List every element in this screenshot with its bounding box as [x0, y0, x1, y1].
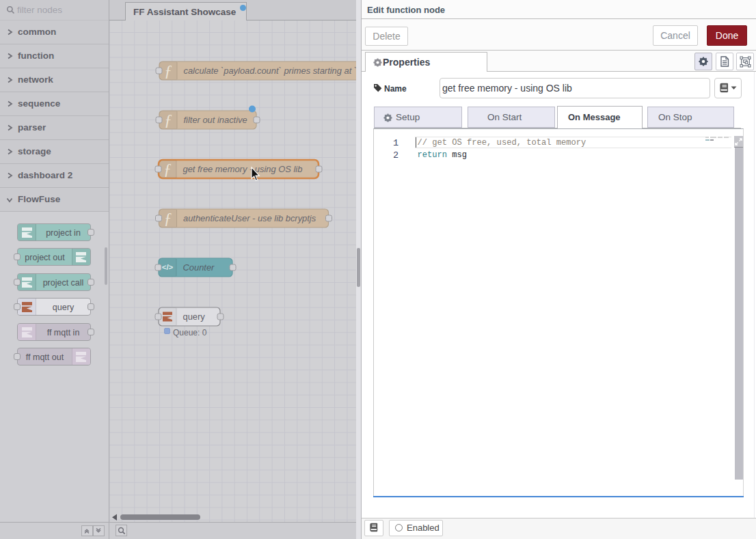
svg-text:authenticateUser - use lib bcr: authenticateUser - use lib bcryptjs — [183, 213, 316, 223]
svg-text:</>: </> — [162, 263, 174, 271]
svg-text:Counter: Counter — [183, 262, 215, 273]
svg-text:ƒ: ƒ — [163, 160, 172, 178]
svg-text:get free memory - using OS lib: get free memory - using OS lib — [183, 164, 303, 174]
svg-text:query: query — [183, 312, 206, 322]
svg-text:filter out inactive: filter out inactive — [184, 115, 247, 125]
svg-text:calculate `payload.count` prim: calculate `payload.count` primes startin… — [184, 66, 357, 76]
svg-text:ƒ: ƒ — [164, 111, 172, 128]
svg-text:ƒ: ƒ — [164, 61, 172, 79]
svg-text:ƒ: ƒ — [164, 209, 172, 227]
svg-text:Queue: 0: Queue: 0 — [173, 328, 207, 337]
